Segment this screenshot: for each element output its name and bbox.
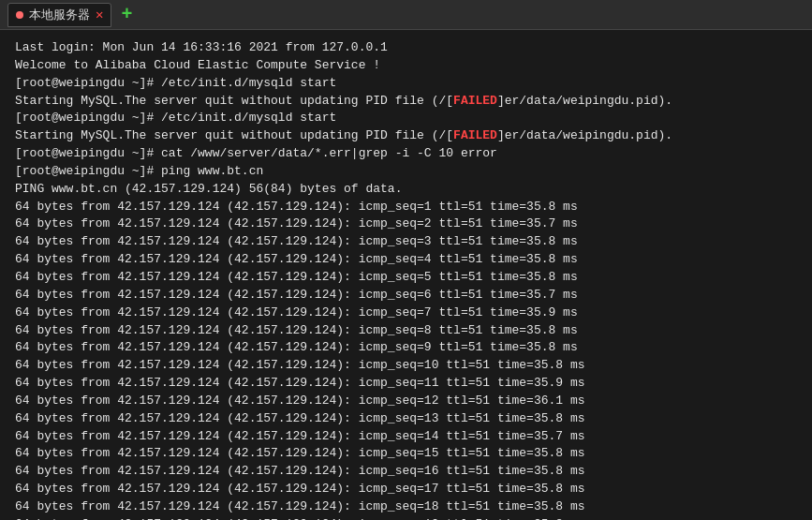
terminal-line: 64 bytes from 42.157.129.124 (42.157.129… <box>15 287 797 305</box>
terminal-line: Welcome to Alibaba Cloud Elastic Compute… <box>15 57 797 75</box>
terminal-line: 64 bytes from 42.157.129.124 (42.157.129… <box>15 498 797 516</box>
terminal-line: 64 bytes from 42.157.129.124 (42.157.129… <box>15 339 797 357</box>
terminal-line: 64 bytes from 42.157.129.124 (42.157.129… <box>15 393 797 410</box>
tab-indicator <box>16 11 23 19</box>
terminal-line: 64 bytes from 42.157.129.124 (42.157.129… <box>15 199 797 216</box>
terminal-line: Starting MySQL.The server quit without u… <box>15 127 797 145</box>
terminal-line: 64 bytes from 42.157.129.124 (42.157.129… <box>15 305 797 322</box>
tab-label: 本地服务器 <box>29 7 90 23</box>
terminal-output[interactable]: Last login: Mon Jun 14 16:33:16 2021 fro… <box>0 30 812 520</box>
terminal-line: 64 bytes from 42.157.129.124 (42.157.129… <box>15 481 797 498</box>
terminal-line: 64 bytes from 42.157.129.124 (42.157.129… <box>15 215 797 233</box>
terminal-line: [root@weipingdu ~]# ping www.bt.cn <box>15 163 797 181</box>
terminal-line: 64 bytes from 42.157.129.124 (42.157.129… <box>15 251 797 269</box>
terminal-line: 64 bytes from 42.157.129.124 (42.157.129… <box>15 410 797 428</box>
terminal-line: 64 bytes from 42.157.129.124 (42.157.129… <box>15 269 797 287</box>
terminal-line: 64 bytes from 42.157.129.124 (42.157.129… <box>15 516 797 520</box>
terminal-tab[interactable]: 本地服务器 ✕ <box>7 3 111 27</box>
terminal-line: [root@weipingdu ~]# cat /www/server/data… <box>15 145 797 163</box>
terminal-line: 64 bytes from 42.157.129.124 (42.157.129… <box>15 445 797 463</box>
tab-close-button[interactable]: ✕ <box>96 8 103 22</box>
terminal-line: PING www.bt.cn (42.157.129.124) 56(84) b… <box>15 181 797 199</box>
terminal-line: Last login: Mon Jun 14 16:33:16 2021 fro… <box>15 39 797 57</box>
terminal-line: Starting MySQL.The server quit without u… <box>15 93 797 111</box>
terminal-line: 64 bytes from 42.157.129.124 (42.157.129… <box>15 233 797 251</box>
titlebar: 本地服务器 ✕ + <box>0 0 812 30</box>
terminal-line: 64 bytes from 42.157.129.124 (42.157.129… <box>15 322 797 340</box>
terminal-line: [root@weipingdu ~]# /etc/init.d/mysqld s… <box>15 110 797 127</box>
terminal-line: 64 bytes from 42.157.129.124 (42.157.129… <box>15 357 797 375</box>
terminal-line: 64 bytes from 42.157.129.124 (42.157.129… <box>15 463 797 481</box>
terminal-line: [root@weipingdu ~]# /etc/init.d/mysqld s… <box>15 75 797 93</box>
terminal-line: 64 bytes from 42.157.129.124 (42.157.129… <box>15 375 797 393</box>
new-tab-button[interactable]: + <box>117 6 136 24</box>
terminal-line: 64 bytes from 42.157.129.124 (42.157.129… <box>15 428 797 446</box>
